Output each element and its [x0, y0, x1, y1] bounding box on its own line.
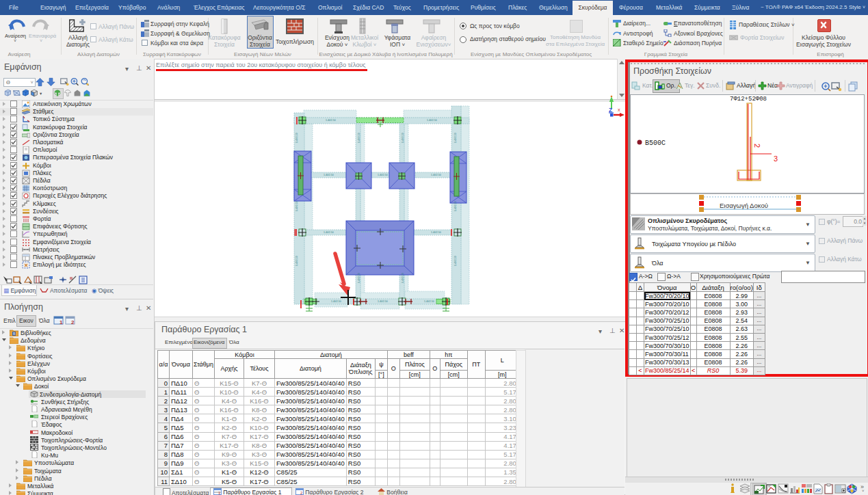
svg-text:1.40/2.50: 1.40/2.50 — [358, 133, 360, 143]
svg-text:1.40/2.50: 1.40/2.50 — [295, 201, 298, 211]
svg-text:3: 3 — [774, 155, 778, 163]
svg-text:1.40/2.50: 1.40/2.50 — [331, 300, 341, 303]
svg-text:1.40/2.50: 1.40/2.50 — [454, 133, 457, 143]
svg-text:1.40/2.50: 1.40/2.50 — [424, 300, 434, 303]
svg-text:1.40/2.50: 1.40/2.50 — [431, 231, 441, 234]
svg-text:1.40/2.50: 1.40/2.50 — [295, 133, 298, 143]
svg-text:1.40/2.50: 1.40/2.50 — [402, 273, 404, 283]
svg-text:1: 1 — [60, 319, 63, 325]
svg-text:1.40/2.50: 1.40/2.50 — [454, 256, 457, 266]
svg-text:1.40/2.50: 1.40/2.50 — [324, 174, 334, 176]
svg-text:Εισαγωγή Δοκού: Εισαγωγή Δοκού — [720, 202, 768, 209]
svg-text:1.40/2.50: 1.40/2.50 — [324, 231, 334, 234]
svg-text:1.40/2.50: 1.40/2.50 — [295, 256, 298, 266]
svg-text:˅: ˅ — [862, 489, 865, 493]
svg-text:1.40/2.50: 1.40/2.50 — [431, 174, 441, 176]
svg-text:1.40/2.50: 1.40/2.50 — [454, 201, 457, 211]
svg-text:1.40/2.50: 1.40/2.50 — [427, 119, 437, 122]
svg-text:1.40/2.50: 1.40/2.50 — [358, 273, 360, 283]
svg-text:x: x — [618, 107, 620, 113]
svg-text:1.40/2.50: 1.40/2.50 — [378, 174, 388, 176]
svg-text:1.40/2.50: 1.40/2.50 — [378, 300, 388, 303]
svg-text:B500C: B500C — [645, 139, 666, 147]
svg-text:1.40/2.50: 1.40/2.50 — [326, 119, 336, 122]
svg-text:1.40/2.50: 1.40/2.50 — [402, 133, 404, 143]
svg-text:2: 2 — [71, 319, 75, 325]
svg-text:2: 2 — [753, 144, 761, 148]
